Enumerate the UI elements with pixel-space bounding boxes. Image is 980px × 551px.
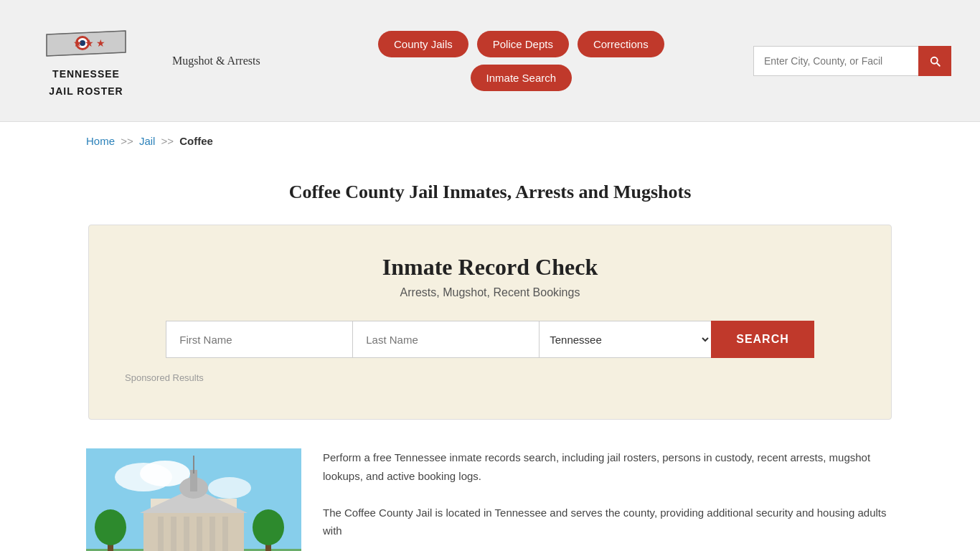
nav-row-2: Inmate Search — [471, 65, 573, 91]
mugshot-link[interactable]: Mugshot & Arrests — [172, 55, 260, 67]
content-text: Perform a free Tennessee inmate records … — [323, 448, 894, 540]
main-content: Home >> Jail >> Coffee Coffee County Jai… — [0, 122, 980, 551]
last-name-input[interactable] — [352, 321, 539, 358]
site-search-input[interactable] — [753, 46, 918, 76]
svg-point-30 — [253, 509, 284, 545]
nav-row-1: County Jails Police Depts Corrections — [378, 31, 664, 57]
record-search-button[interactable]: SEARCH — [711, 321, 814, 358]
logo-area: ★ ★ ★ TENNESSEE JAIL ROSTER — [29, 24, 143, 98]
svg-text:★: ★ — [85, 38, 94, 49]
first-name-input[interactable] — [166, 321, 352, 358]
nav-area: County Jails Police Depts Corrections In… — [282, 31, 732, 91]
page-title-area: Coffee County Jail Inmates, Arrests and … — [0, 160, 980, 217]
nav-corrections-button[interactable]: Corrections — [578, 31, 664, 57]
svg-point-28 — [95, 509, 126, 545]
record-check-wrapper: Inmate Record Check Arrests, Mugshot, Re… — [0, 225, 980, 420]
logo-map-icon: ★ ★ ★ — [43, 24, 129, 63]
breadcrumb: Home >> Jail >> Coffee — [0, 122, 980, 160]
svg-rect-16 — [171, 517, 176, 551]
courthouse-image — [86, 448, 301, 551]
state-select[interactable]: Tennessee Alabama Georgia Kentucky Missi… — [539, 321, 711, 358]
content-area: Perform a free Tennessee inmate records … — [0, 441, 980, 551]
breadcrumb-jail-link[interactable]: Jail — [139, 135, 156, 147]
breadcrumb-sep-1: >> — [121, 135, 133, 147]
svg-rect-17 — [184, 517, 189, 551]
record-check-heading: Inmate Record Check — [125, 254, 855, 281]
record-check-form: Tennessee Alabama Georgia Kentucky Missi… — [125, 321, 855, 358]
breadcrumb-sep-2: >> — [161, 135, 174, 147]
site-search-area — [753, 46, 951, 76]
breadcrumb-home-link[interactable]: Home — [86, 135, 115, 147]
nav-inmate-search-button[interactable]: Inmate Search — [471, 65, 573, 91]
search-icon — [928, 55, 941, 67]
svg-rect-15 — [158, 517, 164, 551]
svg-rect-20 — [222, 517, 228, 551]
record-check-box: Inmate Record Check Arrests, Mugshot, Re… — [88, 225, 892, 420]
page-title: Coffee County Jail Inmates, Arrests and … — [29, 182, 951, 203]
nav-county-jails-button[interactable]: County Jails — [378, 31, 468, 57]
svg-point-11 — [208, 477, 251, 499]
svg-rect-24 — [193, 456, 194, 474]
record-check-subtitle: Arrests, Mugshot, Recent Bookings — [125, 286, 855, 299]
content-paragraph-2: The Coffee County Jail is located in Ten… — [323, 504, 894, 540]
svg-rect-19 — [209, 517, 215, 551]
site-search-button[interactable] — [918, 46, 951, 76]
site-header: ★ ★ ★ TENNESSEE JAIL ROSTER Mugshot & Ar… — [0, 0, 980, 122]
svg-text:★: ★ — [73, 38, 83, 49]
logo-text: TENNESSEE JAIL ROSTER — [49, 63, 123, 98]
courthouse-illustration — [86, 448, 301, 551]
content-paragraph-1: Perform a free Tennessee inmate records … — [323, 448, 894, 485]
svg-rect-18 — [197, 517, 202, 551]
breadcrumb-current: Coffee — [179, 135, 213, 147]
sponsored-label: Sponsored Results — [125, 372, 855, 383]
nav-police-depts-button[interactable]: Police Depts — [477, 31, 569, 57]
svg-text:★: ★ — [96, 38, 105, 49]
